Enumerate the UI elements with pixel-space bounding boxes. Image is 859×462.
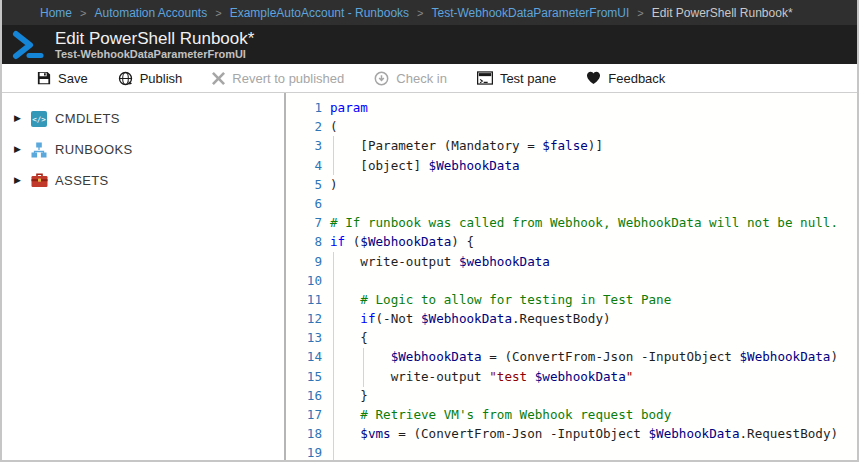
code-text: $vms = (ConvertFrom-Json -InputObject $W…: [330, 424, 838, 443]
page-title: Edit PowerShell Runbook*: [55, 29, 254, 48]
code-token: ): [330, 177, 338, 192]
code-text: # Logic to allow for testing in Test Pan…: [330, 290, 671, 309]
code-token: .RequestBody): [512, 311, 611, 326]
code-token: # Logic to allow for testing in Test Pan…: [360, 292, 671, 307]
line-number: 16: [296, 386, 322, 405]
code-editor[interactable]: 1param2(3 [Parameter (Mandatory = $false…: [286, 93, 857, 460]
code-token: [object]: [330, 158, 429, 173]
line-number: 18: [296, 424, 322, 443]
code-line[interactable]: 3 [Parameter (Mandatory = $false)]: [296, 136, 857, 155]
code-token: [330, 311, 360, 326]
code-token: $webhookData: [535, 369, 626, 384]
revert-to-published-button[interactable]: Revert to published: [212, 71, 344, 86]
chevron-right-icon[interactable]: ▶: [14, 114, 28, 123]
code-line[interactable]: 6: [296, 194, 857, 213]
line-number: 1: [296, 98, 322, 117]
line-number: 12: [296, 309, 322, 328]
save-button[interactable]: Save: [37, 71, 88, 86]
code-token: [330, 426, 360, 441]
code-line[interactable]: 10: [296, 271, 857, 290]
code-line[interactable]: 15 write-output "test $webhookData": [296, 367, 857, 386]
code-text: $WebhookData = (ConvertFrom-Json -InputO…: [330, 347, 838, 366]
code-token: $WebhookData: [739, 349, 830, 364]
publish-button[interactable]: Publish: [118, 71, 183, 86]
code-token: [330, 349, 391, 364]
save-label: Save: [58, 71, 88, 86]
code-line[interactable]: 16 }: [296, 386, 857, 405]
publish-icon: [118, 71, 133, 86]
code-line[interactable]: 7# If runbook was called from Webhook, W…: [296, 213, 857, 232]
code-line[interactable]: 19: [296, 443, 857, 460]
code-text: {: [330, 328, 368, 347]
code-line[interactable]: 2(: [296, 117, 857, 136]
code-token: = (ConvertFrom-Json -InputObject: [482, 349, 740, 364]
sidebar-item-assets[interactable]: ▶ ASSETS: [2, 165, 284, 196]
code-token: write-output: [330, 254, 459, 269]
code-text: ): [330, 175, 338, 194]
check-in-label: Check in: [396, 71, 447, 86]
code-token: ) {: [451, 234, 474, 249]
check-in-icon: [374, 71, 389, 86]
code-line[interactable]: 9 write-output $webhookData: [296, 252, 857, 271]
feedback-label: Feedback: [608, 71, 665, 86]
line-number: 14: [296, 347, 322, 366]
code-token: $WebhookData: [648, 426, 739, 441]
code-token: if: [330, 234, 345, 249]
indent-guide: [363, 348, 364, 387]
line-number: 13: [296, 328, 322, 347]
code-line[interactable]: 11 # Logic to allow for testing in Test …: [296, 290, 857, 309]
cmdlets-icon: </>: [30, 111, 48, 127]
indent-guide: [333, 252, 334, 460]
page-header: Edit PowerShell Runbook* Test-WebhookDat…: [2, 25, 857, 64]
code-text: # If runbook was called from Webhook, We…: [330, 213, 838, 232]
check-in-button[interactable]: Check in: [374, 71, 447, 86]
code-line[interactable]: 4 [object] $WebhookData: [296, 156, 857, 175]
code-line[interactable]: 14 $WebhookData = (ConvertFrom-Json -Inp…: [296, 347, 857, 366]
code-line[interactable]: 1param: [296, 98, 857, 117]
code-text: param: [330, 98, 368, 117]
breadcrumb-home[interactable]: Home: [40, 6, 72, 20]
code-text: if(-Not $WebhookData.RequestBody): [330, 309, 611, 328]
code-token: {: [330, 330, 368, 345]
breadcrumb-automation-accounts[interactable]: Automation Accounts: [94, 6, 207, 20]
code-token: [330, 292, 360, 307]
chevron-right-icon[interactable]: ▶: [14, 176, 28, 185]
breadcrumb-separator: >: [215, 7, 221, 19]
breadcrumb-separator: >: [80, 7, 86, 19]
edit-runbook-window: Home > Automation Accounts > ExampleAuto…: [0, 0, 859, 462]
line-number: 2: [296, 117, 322, 136]
line-number: 7: [296, 213, 322, 232]
code-token: .RequestBody): [739, 426, 838, 441]
revert-x-icon: [212, 72, 225, 85]
line-number: 8: [296, 232, 322, 251]
code-token: if: [360, 311, 375, 326]
code-line[interactable]: 18 $vms = (ConvertFrom-Json -InputObject…: [296, 424, 857, 443]
code-line[interactable]: 8if ($WebhookData) {: [296, 232, 857, 251]
code-text: write-output "test $webhookData": [330, 367, 633, 386]
sidebar-item-runbooks[interactable]: ▶ RUNBOOKS: [2, 134, 284, 165]
sidebar-item-label: RUNBOOKS: [55, 142, 133, 157]
code-text: (: [330, 117, 338, 136]
save-icon: [37, 71, 51, 85]
line-number: 11: [296, 290, 322, 309]
sidebar-item-cmdlets[interactable]: ▶ </> CMDLETS: [2, 103, 284, 134]
line-number: 5: [296, 175, 322, 194]
code-line[interactable]: 12 if(-Not $WebhookData.RequestBody): [296, 309, 857, 328]
feedback-button[interactable]: Feedback: [586, 71, 665, 86]
revert-to-published-label: Revert to published: [232, 71, 344, 86]
code-line[interactable]: 13 {: [296, 328, 857, 347]
line-number: 4: [296, 156, 322, 175]
breadcrumb-runbook-name[interactable]: Test-WebhookDataParameterFromUI: [432, 6, 630, 20]
chevron-right-icon[interactable]: ▶: [14, 145, 28, 154]
command-bar: Save Publish Revert to published: [2, 64, 857, 93]
code-line[interactable]: 17 # Retrieve VM's from Webhook request …: [296, 405, 857, 424]
code-line[interactable]: 5): [296, 175, 857, 194]
line-number: 17: [296, 405, 322, 424]
breadcrumb-account-runbooks[interactable]: ExampleAutoAccount - Runbooks: [230, 6, 409, 20]
code-token: # Retrieve VM's from Webhook request bod…: [360, 407, 671, 422]
line-number: 15: [296, 367, 322, 386]
publish-label: Publish: [140, 71, 183, 86]
code-token: "test: [489, 369, 535, 384]
code-token: (-Not: [376, 311, 422, 326]
test-pane-button[interactable]: Test pane: [477, 71, 556, 86]
